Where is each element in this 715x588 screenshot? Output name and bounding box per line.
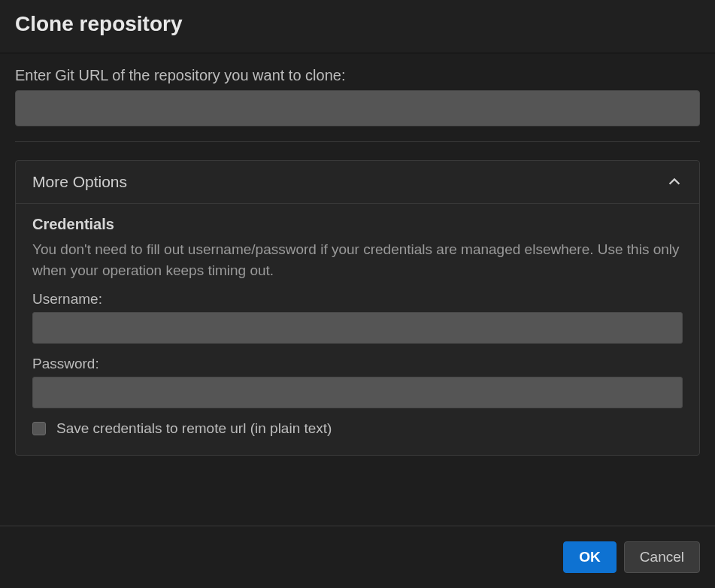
divider	[15, 141, 700, 142]
more-options-panel: More Options Credentials You don't need …	[15, 160, 700, 456]
dialog-body: Enter Git URL of the repository you want…	[0, 53, 715, 526]
password-input[interactable]	[32, 377, 683, 408]
more-options-header[interactable]: More Options	[16, 161, 699, 204]
save-credentials-checkbox[interactable]	[32, 422, 46, 435]
credentials-title: Credentials	[32, 216, 683, 233]
git-url-group: Enter Git URL of the repository you want…	[15, 67, 700, 126]
more-options-title: More Options	[32, 173, 127, 191]
more-options-body: Credentials You don't need to fill out u…	[16, 204, 699, 455]
dialog-footer: OK Cancel	[0, 526, 715, 588]
password-group: Password:	[32, 356, 683, 408]
cancel-button[interactable]: Cancel	[624, 541, 700, 573]
username-group: Username:	[32, 291, 683, 344]
credentials-description: You don't need to fill out username/pass…	[32, 239, 683, 280]
username-input[interactable]	[32, 312, 683, 344]
ok-button[interactable]: OK	[563, 541, 617, 573]
save-credentials-row: Save credentials to remote url (in plain…	[32, 420, 683, 437]
chevron-up-icon	[666, 174, 683, 190]
dialog-header: Clone repository	[0, 0, 715, 53]
username-label: Username:	[32, 291, 683, 308]
clone-repository-dialog: Clone repository Enter Git URL of the re…	[0, 0, 715, 588]
save-credentials-label[interactable]: Save credentials to remote url (in plain…	[56, 420, 332, 437]
git-url-input[interactable]	[15, 90, 700, 126]
dialog-title: Clone repository	[15, 12, 700, 36]
git-url-label: Enter Git URL of the repository you want…	[15, 67, 700, 84]
password-label: Password:	[32, 356, 683, 372]
